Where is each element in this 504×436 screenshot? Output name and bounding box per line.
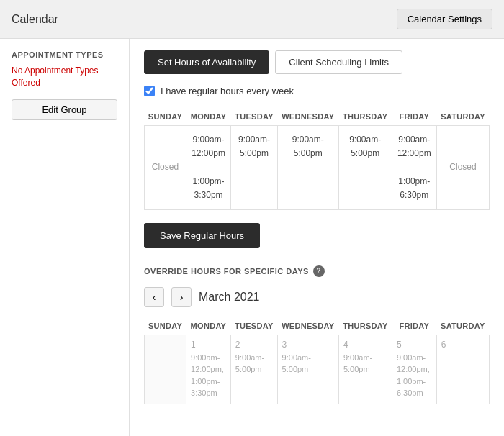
cal-cell-empty[interactable] [145, 335, 186, 404]
col-tuesday: TUESDAY [231, 108, 278, 126]
cal-cell-3[interactable]: 3 9:00am-5:00pm [277, 335, 338, 404]
calendar-table: SUNDAY MONDAY TUESDAY WEDNESDAY THURSDAY… [144, 317, 490, 404]
col-monday: MONDAY [186, 108, 230, 126]
regular-hours-checkbox[interactable] [144, 86, 155, 96]
hours-table-row: Closed 9:00am-12:00pm1:00pm-3:30pm 9:00a… [145, 126, 490, 210]
col-thursday: THURSDAY [338, 108, 392, 126]
override-info-icon: ? [313, 265, 325, 277]
edit-group-button[interactable]: Edit Group [12, 99, 117, 120]
prev-month-button[interactable]: ‹ [144, 287, 164, 307]
sunday-hours[interactable]: Closed [145, 126, 186, 210]
sidebar: APPOINTMENT TYPES No Appointment Types O… [0, 39, 130, 436]
save-regular-hours-button[interactable]: Save Regular Hours [144, 223, 260, 248]
main-layout: APPOINTMENT TYPES No Appointment Types O… [0, 39, 504, 436]
friday-hours[interactable]: 9:00am-12:00pm1:00pm-6:30pm [392, 126, 436, 210]
col-friday: FRIDAY [392, 108, 436, 126]
cal-col-wednesday: WEDNESDAY [277, 317, 338, 335]
regular-hours-checkbox-row: I have regular hours every week [144, 86, 490, 96]
cal-cell-1[interactable]: 1 9:00am-12:00pm,1:00pm-3:30pm [186, 335, 231, 404]
tab-set-hours[interactable]: Set Hours of Availability [144, 50, 269, 74]
hours-table-header-row: SUNDAY MONDAY TUESDAY WEDNESDAY THURSDAY… [145, 108, 490, 126]
cal-col-sunday: SUNDAY [145, 317, 186, 335]
thursday-hours[interactable]: 9:00am-5:00pm [338, 126, 392, 210]
col-wednesday: WEDNESDAY [277, 108, 338, 126]
wednesday-hours[interactable]: 9:00am-5:00pm [277, 126, 338, 210]
override-title-text: OVERRIDE HOURS FOR SPECIFIC DAYS [144, 267, 309, 276]
appointment-types-label: APPOINTMENT TYPES [12, 50, 117, 59]
cal-cell-2[interactable]: 2 9:00am-5:00pm [230, 335, 277, 404]
cal-row: 1 9:00am-12:00pm,1:00pm-3:30pm 2 9:00am-… [145, 335, 490, 404]
monday-hours[interactable]: 9:00am-12:00pm1:00pm-3:30pm [186, 126, 230, 210]
tuesday-hours[interactable]: 9:00am-5:00pm [231, 126, 278, 210]
cal-col-tuesday: TUESDAY [230, 317, 277, 335]
month-nav: ‹ › March 2021 [144, 287, 490, 307]
saturday-hours[interactable]: Closed [437, 126, 490, 210]
cal-col-friday: FRIDAY [392, 317, 436, 335]
month-label: March 2021 [199, 291, 260, 304]
override-title: OVERRIDE HOURS FOR SPECIFIC DAYS ? [144, 265, 490, 277]
next-month-button[interactable]: › [171, 287, 192, 307]
main-content: Set Hours of Availability Client Schedul… [130, 39, 504, 436]
page-title: Calendar [12, 13, 58, 26]
cal-col-monday: MONDAY [186, 317, 231, 335]
tab-row: Set Hours of Availability Client Schedul… [144, 50, 490, 74]
cal-header-row: SUNDAY MONDAY TUESDAY WEDNESDAY THURSDAY… [145, 317, 490, 335]
cal-cell-4[interactable]: 4 9:00am-5:00pm [338, 335, 392, 404]
tab-client-limits[interactable]: Client Scheduling Limits [275, 50, 402, 74]
cal-cell-5[interactable]: 5 9:00am-12:00pm,1:00pm-6:30pm [392, 335, 436, 404]
regular-hours-label: I have regular hours every week [161, 86, 294, 96]
cal-cell-6[interactable]: 6 [436, 335, 489, 404]
cal-col-saturday: SATURDAY [436, 317, 489, 335]
cal-col-thursday: THURSDAY [338, 317, 392, 335]
hours-table: SUNDAY MONDAY TUESDAY WEDNESDAY THURSDAY… [144, 108, 490, 210]
col-saturday: SATURDAY [437, 108, 490, 126]
page-header: Calendar Calendar Settings [0, 0, 504, 39]
no-appointment-types: No Appointment Types Offered [12, 65, 117, 89]
col-sunday: SUNDAY [145, 108, 186, 126]
calendar-settings-button[interactable]: Calendar Settings [397, 9, 492, 29]
